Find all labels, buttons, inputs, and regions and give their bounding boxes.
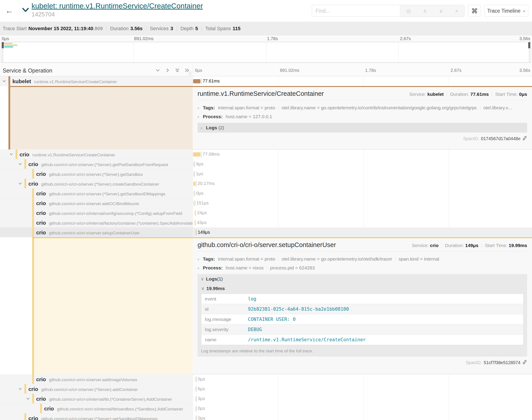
- span-name-cell[interactable]: criogithub.com/cri-o/cri-o/internal/conf…: [0, 208, 193, 218]
- operation-name: github.com/cri-o/cri-o/server.addOCIBind…: [49, 201, 139, 206]
- span-timeline-cell[interactable]: 77.08ms: [193, 150, 532, 159]
- span-timeline-cell[interactable]: 3μs: [193, 394, 532, 404]
- span-timeline-cell[interactable]: 77.61ms: [193, 76, 532, 86]
- span-duration-bar[interactable]: [195, 377, 196, 381]
- header-collapse-toggle[interactable]: [22, 7, 29, 14]
- span-row[interactable]: criogithub.com/cri-o/cri-o/server.setupC…: [0, 227, 532, 237]
- span-expander-chevron-down-icon[interactable]: [18, 162, 22, 166]
- tag-item: span.kind = internal: [399, 256, 439, 262]
- span-timeline-cell[interactable]: 0μs: [193, 374, 532, 384]
- span-row[interactable]: criogithub.com/cri-o/cri-o/server.addOCI…: [0, 198, 532, 208]
- span-duration-bar[interactable]: [194, 201, 194, 205]
- span-expander-chevron-down-icon[interactable]: [18, 182, 22, 185]
- collapse-all-icon[interactable]: [175, 68, 180, 74]
- back-button[interactable]: ←: [3, 4, 16, 17]
- column-resizer-grip[interactable]: [189, 71, 191, 75]
- span-duration-bar[interactable]: [193, 79, 200, 83]
- span-duration-bar[interactable]: [194, 211, 195, 215]
- span-name-cell[interactable]: criogithub.com/cri-o/cri-o/server.(*Serv…: [0, 189, 193, 198]
- duration-label: Duration: [110, 26, 128, 31]
- span-timeline-cell[interactable]: 20.17ms: [193, 179, 532, 189]
- span-timeline-cell[interactable]: 0μs: [193, 404, 532, 413]
- span-row[interactable]: criogithub.com/cri-o/cri-o/server.(*Serv…: [0, 189, 532, 198]
- locate-icon[interactable]: ◎: [406, 8, 411, 14]
- find-next-icon[interactable]: ∨: [439, 8, 443, 14]
- minimap-canvas[interactable]: [1, 42, 531, 62]
- span-duration-bar[interactable]: [195, 230, 196, 235]
- span-timeline-cell[interactable]: 43μs: [193, 218, 532, 227]
- logs-accordion-collapsed[interactable]: › Logs (2): [198, 123, 527, 133]
- trace-title-link[interactable]: kubelet: runtime.v1.RuntimeService/Creat…: [31, 2, 203, 10]
- span-name-cell[interactable]: criogithub.com/cri-o/cri-o/server.(*Serv…: [0, 384, 193, 394]
- span-expander-chevron-down-icon[interactable]: [2, 79, 6, 83]
- minimap-scrubber-right-handle[interactable]: [528, 42, 530, 48]
- minimap-tick: 0μs: [2, 36, 9, 41]
- span-row[interactable]: criogithub.com/cri-o/cri-o/server.(*Serv…: [0, 384, 532, 394]
- span-name-cell[interactable]: criogithub.com/cri-o/cri-o/server.setupC…: [0, 227, 193, 237]
- span-bar-tick: [196, 386, 196, 392]
- span-row[interactable]: criogithub.com/cri-o/cri-o/server.(*Serv…: [0, 169, 532, 179]
- span-name-cell[interactable]: criogithub.com/cri-o/cri-o/server.addIma…: [0, 374, 193, 384]
- span-duration-bar[interactable]: [193, 162, 194, 166]
- span-duration-bar[interactable]: [195, 406, 196, 411]
- process-accordion[interactable]: › Process: host.name = nixos process.pid…: [198, 263, 527, 272]
- logs-accordion-header[interactable]: ∨ Logs (1): [198, 274, 527, 284]
- span-name-cell[interactable]: criogithub.com/cri-o/cri-o/internal/fact…: [0, 218, 193, 227]
- span-row[interactable]: criogithub.com/cri-o/cri-o/internal/conf…: [0, 208, 532, 218]
- span-row[interactable]: criogithub.com/cri-o/cri-o/server.addIma…: [0, 374, 532, 384]
- minimap-scrubber-left-handle[interactable]: [2, 42, 4, 48]
- span-name-cell[interactable]: criogithub.com/cri-o/cri-o/server.(*Serv…: [0, 169, 193, 179]
- span-timeline-cell[interactable]: 0μs: [193, 413, 532, 420]
- span-duration-bar[interactable]: [193, 182, 195, 186]
- span-timeline-cell[interactable]: 6μs: [193, 384, 532, 394]
- find-prev-icon[interactable]: ∧: [423, 8, 427, 14]
- span-duration-bar[interactable]: [194, 191, 194, 195]
- expand-one-icon[interactable]: [165, 68, 170, 74]
- span-name-cell[interactable]: criogithub.com/cri-o/cri-o/internal/lib.…: [0, 394, 193, 404]
- span-name-cell[interactable]: criogithub.com/cri-o/cri-o/server.addOCI…: [0, 198, 193, 208]
- span-timeline-cell[interactable]: 24μs: [193, 208, 532, 218]
- span-duration-bar[interactable]: [195, 416, 196, 420]
- span-row[interactable]: criogithub.com/cri-o/cri-o/server.(*Serv…: [0, 159, 532, 169]
- span-row[interactable]: criogithub.com/cri-o/cri-o/server.(*Serv…: [0, 179, 532, 189]
- start-time-value: 19.99ms: [509, 243, 527, 248]
- collapse-one-icon[interactable]: [155, 68, 160, 74]
- find-clear-icon[interactable]: ×: [455, 8, 458, 14]
- span-timeline-cell[interactable]: 1μs: [193, 169, 532, 179]
- view-selector-button[interactable]: Trace Timeline ∨: [484, 5, 528, 17]
- span-name-cell[interactable]: criogithub.com/cri-o/cri-o/server.(*Serv…: [0, 179, 193, 189]
- span-row[interactable]: criogithub.com/cri-o/cri-o/server.(*Serv…: [0, 413, 532, 420]
- span-duration-bar[interactable]: [194, 221, 195, 225]
- span-row[interactable]: criogithub.com/cri-o/cri-o/internal/lib/…: [0, 404, 532, 413]
- span-expander-chevron-down-icon[interactable]: [9, 152, 13, 156]
- find-input[interactable]: [312, 5, 400, 17]
- span-timeline-cell[interactable]: 0μs: [193, 189, 532, 198]
- span-duration-bar[interactable]: [195, 387, 196, 391]
- tags-accordion[interactable]: › Tags: internal.span.format = proto ote…: [198, 255, 527, 263]
- process-accordion[interactable]: › Process: host.name = 127.0.0.1: [198, 112, 527, 121]
- span-row[interactable]: kubeletruntime.v1.RuntimeService/CreateC…: [0, 76, 532, 86]
- tags-accordion[interactable]: › Tags: internal.span.format = proto ote…: [198, 103, 527, 112]
- link-icon[interactable]: [522, 360, 527, 366]
- span-expander-chevron-down-icon[interactable]: [26, 397, 30, 401]
- keyboard-shortcuts-button[interactable]: ⌘: [468, 5, 481, 17]
- span-row[interactable]: crioruntime.v1.RuntimeService/CreateCont…: [0, 150, 532, 159]
- service-name: criogithub.com/cri-o/cri-o/internal/conf…: [36, 210, 182, 216]
- span-name-cell[interactable]: criogithub.com/cri-o/cri-o/server.(*Serv…: [0, 159, 193, 169]
- span-name-cell[interactable]: kubeletruntime.v1.RuntimeService/CreateC…: [0, 76, 193, 86]
- span-name-cell[interactable]: criogithub.com/cri-o/cri-o/server.(*Serv…: [0, 413, 193, 420]
- span-timeline-cell[interactable]: 151μs: [193, 198, 532, 208]
- span-timeline-cell[interactable]: 149μs: [193, 227, 532, 237]
- span-name-cell[interactable]: criogithub.com/cri-o/cri-o/internal/lib/…: [0, 404, 193, 413]
- span-timeline-cell[interactable]: 8μs: [193, 159, 532, 169]
- span-expander-chevron-down-icon[interactable]: [18, 387, 22, 391]
- span-name-cell[interactable]: crioruntime.v1.RuntimeService/CreateCont…: [0, 150, 193, 159]
- span-duration-bar[interactable]: [193, 172, 194, 176]
- service-value: crio: [430, 243, 438, 248]
- span-duration-bar[interactable]: [195, 397, 196, 401]
- span-row[interactable]: criogithub.com/cri-o/cri-o/internal/fact…: [0, 218, 532, 227]
- span-duration-bar[interactable]: [193, 152, 200, 157]
- span-row[interactable]: criogithub.com/cri-o/cri-o/internal/lib.…: [0, 394, 532, 404]
- log-entry-toggle[interactable]: ∨ 19.99ms: [198, 284, 527, 293]
- link-icon[interactable]: [522, 136, 527, 142]
